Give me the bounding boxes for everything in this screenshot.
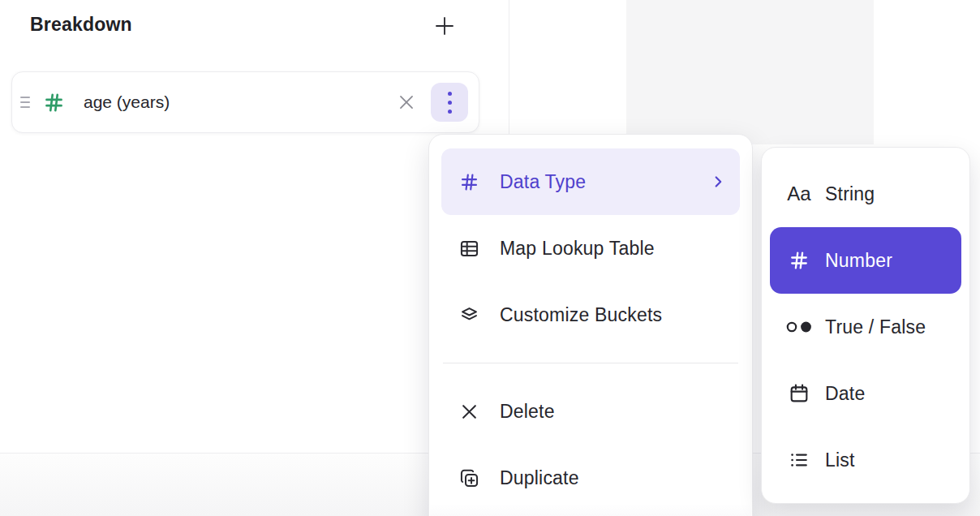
x-icon [458,401,480,423]
kebab-dots-icon [448,92,452,114]
menu-item-data-type[interactable]: Data Type [441,148,740,215]
data-type-submenu: Aa String Number True / False [761,147,970,504]
drag-handle-icon[interactable] [19,92,32,113]
submenu-item-true-false[interactable]: True / False [770,294,961,360]
menu-item-customize-buckets[interactable]: Customize Buckets [441,282,740,348]
duplicate-icon [458,467,480,489]
number-type-hash-icon [42,91,66,114]
menu-item-label: Delete [500,401,555,423]
breakdown-field-card[interactable]: age (years) [11,71,479,133]
hash-icon [785,249,813,272]
submenu-item-string[interactable]: Aa String [770,161,961,227]
background-chart-column [626,0,874,144]
stack-icon [458,304,480,326]
table-icon [458,238,480,260]
menu-divider [443,363,738,363]
breakdown-panel: Breakdown age (years) [0,0,980,516]
submenu-item-label: Date [825,383,865,405]
page-title: Breakdown [30,14,132,36]
field-label: age (years) [84,92,170,112]
close-icon [396,92,417,113]
list-icon [785,449,813,471]
submenu-item-label: Number [825,250,892,272]
submenu-item-label: True / False [825,316,926,338]
string-aa-icon: Aa [785,184,813,204]
menu-item-label: Data Type [500,171,586,193]
add-breakdown-button[interactable] [428,10,461,42]
hash-icon [458,171,480,193]
menu-item-map-lookup-table[interactable]: Map Lookup Table [441,215,740,282]
plus-icon [432,13,458,39]
remove-field-button[interactable] [393,89,419,115]
submenu-item-date[interactable]: Date [770,360,961,427]
submenu-item-label: String [825,183,875,205]
field-options-menu: Data Type Map Lookup Table [428,134,753,516]
field-options-button[interactable] [431,83,468,122]
menu-item-label: Customize Buckets [500,304,662,326]
menu-item-label: Map Lookup Table [500,238,655,260]
menu-item-duplicate[interactable]: Duplicate [441,445,740,511]
boolean-circles-icon [785,318,813,336]
chevron-right-icon [709,173,727,191]
submenu-item-list[interactable]: List [770,427,961,493]
submenu-item-label: List [825,449,855,471]
calendar-icon [785,382,813,405]
menu-item-label: Duplicate [500,467,579,489]
submenu-item-number[interactable]: Number [770,227,961,294]
menu-item-delete[interactable]: Delete [441,378,740,445]
